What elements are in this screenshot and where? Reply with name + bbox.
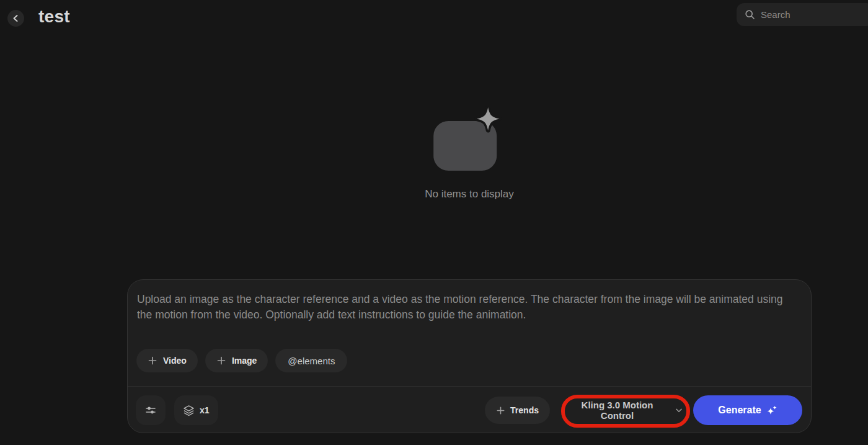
composer-divider (128, 386, 811, 387)
model-selector-dropdown[interactable]: Kling 3.0 Motion Control (564, 395, 682, 425)
generate-label: Generate (718, 405, 761, 416)
composer-toolbar: x1 Trends Kling 3.0 Motion Control (136, 395, 802, 425)
add-video-label: Video (163, 356, 187, 366)
settings-button[interactable] (136, 395, 166, 425)
back-button[interactable] (7, 10, 24, 27)
app-screen: test No items to display (0, 0, 868, 445)
page-title: test (38, 7, 70, 27)
reference-chips-row: Video Image @elements (136, 349, 347, 372)
chevron-down-icon (676, 408, 682, 413)
prompt-input[interactable] (137, 292, 798, 343)
search-icon (745, 9, 755, 20)
batch-count-label: x1 (200, 405, 210, 415)
generate-button[interactable]: Generate (693, 395, 802, 425)
model-selector-label: Kling 3.0 Motion Control (564, 400, 670, 421)
search-input[interactable] (761, 9, 854, 20)
plus-icon (216, 356, 226, 366)
media-sparkle-icon (431, 106, 508, 172)
add-image-label: Image (232, 356, 257, 366)
chevron-left-icon (12, 14, 20, 22)
trends-button[interactable]: Trends (485, 397, 550, 424)
sparkles-icon (766, 405, 777, 416)
empty-state: No items to display (425, 106, 514, 200)
add-image-button[interactable]: Image (205, 349, 268, 372)
elements-label: @elements (288, 356, 335, 366)
plus-icon (148, 356, 157, 366)
batch-count-button[interactable]: x1 (174, 395, 218, 425)
add-video-button[interactable]: Video (136, 349, 198, 372)
layers-icon (183, 405, 195, 416)
plus-icon (496, 406, 505, 415)
sliders-icon (144, 404, 157, 416)
trends-label: Trends (510, 405, 539, 415)
empty-state-message: No items to display (425, 188, 514, 200)
elements-button[interactable]: @elements (275, 349, 347, 372)
prompt-composer-panel: Video Image @elements (127, 279, 812, 433)
search-box[interactable] (737, 3, 868, 26)
